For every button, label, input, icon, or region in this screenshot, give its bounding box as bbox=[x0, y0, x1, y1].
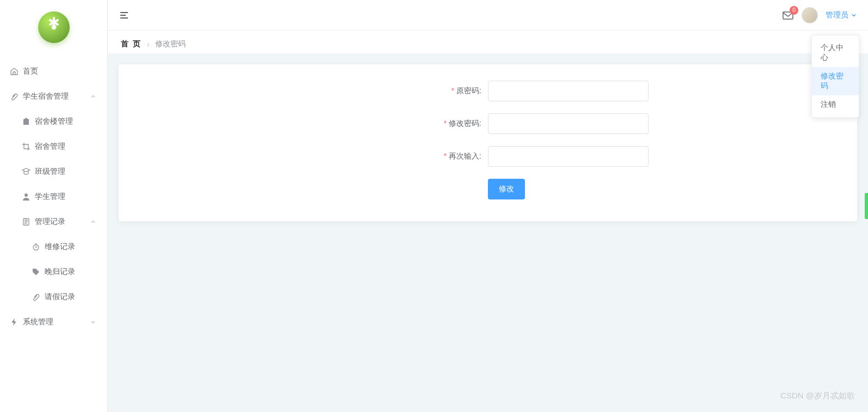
logo-icon bbox=[38, 11, 70, 43]
sidebar-item-label: 宿舍管理 bbox=[35, 142, 65, 152]
new-password-input[interactable] bbox=[488, 113, 649, 134]
home-icon bbox=[10, 67, 19, 76]
breadcrumb: 首 页 › 修改密码 bbox=[108, 31, 868, 53]
sidebar-item-label: 学生宿舍管理 bbox=[23, 92, 69, 101]
main-area: 0 管理员 个人中心 修改密码 注销 首 页 › 修改密码 *原 bbox=[108, 0, 868, 412]
sidebar-item-label: 维修记录 bbox=[45, 242, 75, 252]
sidebar-item-dorm-mgmt[interactable]: 学生宿舍管理 bbox=[0, 84, 107, 109]
chevron-up-icon bbox=[90, 219, 96, 225]
svg-rect-0 bbox=[23, 120, 29, 125]
sidebar-item-system[interactable]: 系统管理 bbox=[0, 310, 107, 335]
side-handle[interactable] bbox=[865, 193, 868, 219]
sidebar-item-repair[interactable]: 维修记录 bbox=[0, 234, 107, 259]
mail-badge: 0 bbox=[790, 6, 798, 15]
dropdown-item-change-pw[interactable]: 修改密码 bbox=[812, 67, 859, 95]
submit-button[interactable]: 修改 bbox=[488, 179, 525, 199]
building-icon bbox=[22, 117, 30, 126]
clock-icon bbox=[32, 243, 40, 251]
sidebar-item-dorm[interactable]: 宿舍管理 bbox=[0, 134, 107, 159]
sidebar-menu: 首页 学生宿舍管理 宿舍楼管理 宿舍管理 班级管理 学生管理 bbox=[0, 54, 107, 339]
breadcrumb-current: 修改密码 bbox=[155, 39, 186, 49]
header: 0 管理员 个人中心 修改密码 注销 bbox=[108, 0, 868, 31]
paperclip-icon bbox=[32, 293, 40, 301]
logo-wrap bbox=[0, 0, 107, 54]
sidebar-item-class[interactable]: 班级管理 bbox=[0, 159, 107, 184]
form-card: *原密码: *修改密码: *再次输入: 修改 bbox=[119, 64, 857, 221]
tag-icon bbox=[32, 268, 40, 276]
sidebar-item-building-mgmt[interactable]: 宿舍楼管理 bbox=[0, 109, 107, 134]
graduation-icon bbox=[22, 167, 30, 176]
confirm-password-label: *再次输入: bbox=[130, 152, 488, 161]
sidebar-item-label: 管理记录 bbox=[35, 217, 65, 227]
crop-icon bbox=[22, 142, 30, 151]
chevron-down-icon bbox=[851, 12, 857, 19]
sidebar-item-label: 系统管理 bbox=[23, 317, 53, 327]
old-password-input[interactable] bbox=[488, 81, 649, 101]
new-password-label: *修改密码: bbox=[130, 119, 488, 129]
sidebar-item-home[interactable]: 首页 bbox=[0, 59, 107, 84]
breadcrumb-home[interactable]: 首 页 bbox=[121, 39, 142, 49]
sidebar-item-label: 宿舍楼管理 bbox=[35, 117, 73, 126]
sidebar-item-label: 请假记录 bbox=[45, 292, 75, 302]
bolt-icon bbox=[10, 318, 19, 326]
sidebar-item-student[interactable]: 学生管理 bbox=[0, 184, 107, 209]
user-dropdown: 个人中心 修改密码 注销 bbox=[811, 35, 859, 118]
breadcrumb-separator-icon: › bbox=[147, 40, 150, 49]
avatar[interactable] bbox=[802, 7, 818, 23]
sidebar-item-label: 晚归记录 bbox=[45, 267, 75, 277]
menu-toggle-button[interactable] bbox=[119, 10, 130, 21]
mail-button[interactable]: 0 bbox=[782, 9, 794, 21]
sidebar-item-label: 首页 bbox=[23, 66, 38, 76]
sidebar-item-late[interactable]: 晚归记录 bbox=[0, 259, 107, 284]
user-icon bbox=[22, 192, 30, 201]
chevron-up-icon bbox=[90, 93, 96, 100]
svg-marker-1 bbox=[23, 118, 29, 120]
chevron-down-icon bbox=[90, 319, 96, 325]
user-dropdown-trigger[interactable]: 管理员 bbox=[826, 10, 857, 20]
old-password-label: *原密码: bbox=[130, 86, 488, 96]
sidebar-item-leave[interactable]: 请假记录 bbox=[0, 284, 107, 310]
sidebar-item-records[interactable]: 管理记录 bbox=[0, 209, 107, 234]
paperclip-icon bbox=[10, 92, 19, 101]
sidebar-item-label: 学生管理 bbox=[35, 192, 65, 202]
sidebar-item-label: 班级管理 bbox=[35, 167, 65, 177]
svg-point-2 bbox=[25, 193, 28, 197]
document-icon bbox=[22, 217, 30, 226]
sidebar: 首页 学生宿舍管理 宿舍楼管理 宿舍管理 班级管理 学生管理 bbox=[0, 0, 108, 412]
username-label: 管理员 bbox=[826, 10, 848, 20]
dropdown-item-logout[interactable]: 注销 bbox=[812, 95, 859, 114]
confirm-password-input[interactable] bbox=[488, 146, 649, 167]
content: *原密码: *修改密码: *再次输入: 修改 bbox=[108, 53, 868, 232]
dropdown-item-profile[interactable]: 个人中心 bbox=[812, 39, 859, 67]
